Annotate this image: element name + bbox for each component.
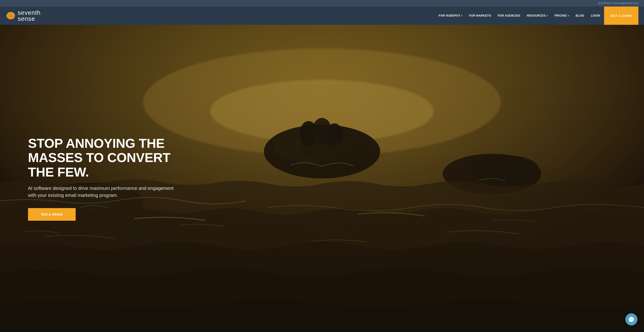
hero-cta-button[interactable]: Get a demo	[28, 208, 76, 221]
nav-resources[interactable]: RESOURCES ▾	[524, 12, 550, 19]
chevron-down-icon: ▾	[547, 15, 548, 17]
chat-icon	[628, 316, 634, 322]
logo[interactable]: seventh sense	[6, 10, 41, 22]
chat-support-button[interactable]	[625, 313, 638, 325]
chevron-down-icon: ▾	[568, 15, 569, 17]
hero-headline: STOP ANNOYING THE MASSES TO CONVERT THE …	[28, 136, 182, 179]
nav-blog[interactable]: BLOG	[573, 12, 587, 19]
hero-section: STOP ANNOYING THE MASSES TO CONVERT THE …	[0, 25, 644, 332]
svg-point-2	[12, 14, 12, 15]
nav-for-agencies[interactable]: FOR AGENCIES	[495, 12, 523, 19]
get-demo-nav-button[interactable]: GET A DEMO	[604, 7, 638, 25]
logo-sense: sense	[18, 16, 41, 22]
svg-point-16	[472, 155, 539, 182]
nav-for-hubspot[interactable]: FOR HUBSPOT ▾	[436, 12, 465, 19]
nav-for-marketo[interactable]: FOR MARKETO	[466, 12, 494, 19]
brain-icon	[6, 11, 16, 21]
nav-links: FOR HUBSPOT ▾ FOR MARKETO FOR AGENCIES R…	[436, 7, 638, 25]
top-bar: SUPPORT DOCUMENTATION	[0, 0, 644, 7]
support-documentation-link[interactable]: SUPPORT DOCUMENTATION	[598, 2, 638, 5]
chevron-down-icon: ▾	[461, 15, 462, 17]
nav-login[interactable]: LOGIN	[588, 12, 603, 19]
navbar: seventh sense FOR HUBSPOT ▾ FOR MARKETO …	[0, 7, 644, 25]
svg-point-17	[630, 319, 631, 320]
nav-pricing[interactable]: PRICING ▾	[552, 12, 572, 19]
hero-content: STOP ANNOYING THE MASSES TO CONVERT THE …	[0, 136, 210, 221]
svg-point-1	[10, 14, 10, 15]
logo-seventh: seventh	[18, 10, 41, 16]
svg-point-18	[631, 319, 632, 320]
hero-subheadline: AI software designed to drive maximum pe…	[28, 185, 182, 199]
logo-text: seventh sense	[18, 10, 41, 22]
svg-point-12	[326, 123, 342, 146]
svg-point-19	[632, 319, 633, 320]
